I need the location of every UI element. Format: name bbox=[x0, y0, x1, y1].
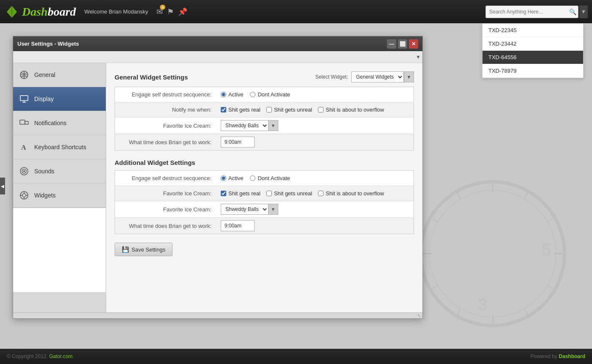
checkbox-shit-about-overflow-input[interactable] bbox=[318, 107, 323, 112]
footer: © Copyright 2012. Gator.com Powered by D… bbox=[0, 349, 592, 364]
svg-rect-24 bbox=[20, 120, 25, 124]
svg-point-29 bbox=[23, 170, 25, 172]
logo: Dashboard bbox=[4, 4, 76, 19]
checkbox-shit-gets-real-input[interactable] bbox=[221, 107, 226, 112]
sidebar-item-general-label: General bbox=[34, 71, 55, 78]
add-radio-active-input[interactable] bbox=[221, 175, 226, 181]
header-dropdown-arrow[interactable]: ▼ bbox=[579, 5, 588, 18]
radio-active-input[interactable] bbox=[221, 92, 226, 97]
sounds-icon bbox=[18, 165, 30, 177]
additional-section-title: Additional Widget Settings bbox=[115, 159, 414, 166]
sidebar-item-keyboard-shortcuts[interactable]: A Keyboard Shortcuts bbox=[13, 135, 106, 159]
general-row-1-control: Active Dont Activate bbox=[217, 89, 414, 100]
sidebar-item-general[interactable]: General bbox=[13, 63, 106, 87]
radio-dont-activate-input[interactable] bbox=[250, 92, 255, 97]
add-radio-dont-activate-input[interactable] bbox=[250, 175, 255, 181]
svg-line-10 bbox=[524, 309, 528, 314]
svg-line-7 bbox=[548, 219, 553, 222]
search-container: 🔍 bbox=[485, 5, 578, 18]
select-widget-label: Select Widget: bbox=[315, 74, 348, 80]
additional-row-2-control: Shit gets real Shit gets unreal bbox=[217, 188, 414, 199]
add-checkbox-shit-gets-real-input[interactable] bbox=[221, 191, 226, 196]
add-checkbox-shit-about-overflow-input[interactable] bbox=[318, 191, 323, 196]
additional-row-1: Engage self destruct secquence: Active bbox=[115, 171, 414, 186]
select-widget-dropdown[interactable]: General Widgets ▼ bbox=[351, 71, 414, 82]
add-checkbox-shit-gets-unreal-input[interactable] bbox=[266, 191, 272, 196]
notifications-icon bbox=[18, 117, 30, 129]
pin-button[interactable]: 📌 bbox=[178, 7, 187, 16]
sidebar-item-notifications[interactable]: Notifications bbox=[13, 111, 106, 135]
time-input-1[interactable] bbox=[221, 137, 255, 148]
dialog-minimize-button[interactable]: — bbox=[387, 39, 396, 49]
checkbox-shit-gets-unreal-label: Shit gets unreal bbox=[274, 107, 312, 113]
mail-badge: 5 bbox=[160, 5, 165, 10]
ice-cream-dropdown-1[interactable]: Shweddy Balls ▼ bbox=[221, 120, 278, 131]
search-icon[interactable]: 🔍 bbox=[569, 8, 576, 15]
svg-rect-25 bbox=[25, 121, 28, 124]
logo-icon bbox=[4, 4, 19, 19]
logo-text: Dashboard bbox=[22, 5, 76, 19]
dialog-title: User Settings - Widgets bbox=[17, 41, 385, 47]
add-radio-active[interactable]: Active bbox=[221, 175, 243, 181]
add-checkbox-shit-gets-real[interactable]: Shit gets real bbox=[221, 190, 260, 197]
svg-line-15 bbox=[432, 219, 438, 222]
ice-cream-select-1[interactable]: Shweddy Balls bbox=[221, 120, 268, 131]
general-row-1-label: Engage self destruct secquence: bbox=[115, 88, 217, 101]
dialog-scroll-down[interactable]: ▼ bbox=[416, 54, 421, 60]
search-dropdown-item-4[interactable]: TXD-78979 bbox=[482, 64, 583, 78]
sidebar-item-keyboard-shortcuts-label: Keyboard Shortcuts bbox=[34, 144, 86, 151]
svg-line-6 bbox=[524, 193, 528, 199]
add-radio-dont-activate[interactable]: Dont Activate bbox=[250, 175, 290, 181]
svg-text:5: 5 bbox=[541, 240, 551, 260]
dialog-close-button[interactable]: ✕ bbox=[409, 39, 418, 49]
dialog-maximize-button[interactable]: ⬜ bbox=[398, 39, 407, 49]
select-widget-arrow[interactable]: ▼ bbox=[404, 71, 414, 82]
general-section: General Widget Settings Select Widget: G… bbox=[115, 71, 414, 151]
svg-text:3: 3 bbox=[478, 295, 488, 315]
general-section-header: General Widget Settings Select Widget: G… bbox=[115, 71, 414, 82]
search-dropdown-item-1[interactable]: TXD-22345 bbox=[482, 24, 583, 37]
add-checkbox-shit-gets-unreal[interactable]: Shit gets unreal bbox=[266, 190, 312, 197]
ice-cream-select-2[interactable]: Shweddy Balls bbox=[221, 204, 268, 215]
dialog-resize-handle[interactable]: ⤡ bbox=[13, 312, 422, 318]
sidebar-item-display[interactable]: Display bbox=[13, 87, 106, 111]
checkbox-shit-gets-unreal-input[interactable] bbox=[266, 107, 272, 112]
ice-cream-arrow-2[interactable]: ▼ bbox=[268, 204, 278, 215]
additional-row-2: Favorite Ice Cream: Shit gets real bbox=[115, 186, 414, 201]
flag-button[interactable]: ⚑ bbox=[167, 7, 174, 16]
general-row-4-label: What time does Brian get to work: bbox=[115, 136, 217, 149]
ice-cream-arrow-1[interactable]: ▼ bbox=[268, 120, 278, 131]
collapse-tab[interactable]: ◀ bbox=[0, 178, 5, 194]
radio-active[interactable]: Active bbox=[221, 91, 243, 98]
add-checkbox-shit-about-overflow[interactable]: Shit is about to overflow bbox=[318, 190, 384, 197]
additional-row-3-control: Shweddy Balls ▼ bbox=[217, 201, 414, 217]
mail-button[interactable]: ✉ 5 bbox=[156, 7, 163, 16]
resize-icon: ⤡ bbox=[417, 313, 421, 318]
sidebar-item-sounds[interactable]: Sounds bbox=[13, 159, 106, 183]
checkbox-shit-about-overflow[interactable]: Shit is about to overflow bbox=[318, 107, 384, 113]
search-input[interactable] bbox=[485, 5, 578, 18]
general-section-title: General Widget Settings bbox=[115, 74, 315, 81]
time-input-2[interactable] bbox=[221, 220, 255, 231]
dialog: User Settings - Widgets — ⬜ ✕ ▼ General bbox=[13, 36, 423, 319]
add-checkbox-shit-gets-unreal-label: Shit gets unreal bbox=[274, 190, 312, 197]
search-dropdown-item-3[interactable]: TXD-64556 bbox=[482, 51, 583, 64]
radio-dont-activate[interactable]: Dont Activate bbox=[250, 91, 290, 98]
save-settings-button[interactable]: 💾 Save Settings bbox=[115, 243, 173, 256]
additional-row-1-control: Active Dont Activate bbox=[217, 172, 414, 184]
svg-point-31 bbox=[22, 194, 26, 197]
sidebar-bottom-area bbox=[13, 208, 106, 292]
general-row-2-label: Notify me when: bbox=[115, 103, 217, 116]
footer-brand-link[interactable]: Gator.com bbox=[49, 353, 72, 359]
add-checkbox-shit-about-overflow-label: Shit is about to overflow bbox=[326, 190, 384, 197]
search-dropdown-item-2[interactable]: TXD-23442 bbox=[482, 37, 583, 51]
general-row-2: Notify me when: Shit gets real bbox=[115, 102, 414, 118]
ice-cream-dropdown-2[interactable]: Shweddy Balls ▼ bbox=[221, 204, 278, 215]
sidebar-item-widgets[interactable]: Widgets bbox=[13, 183, 106, 208]
widgets-icon bbox=[18, 189, 30, 201]
select-widget-select[interactable]: General Widgets bbox=[351, 71, 404, 82]
additional-row-3: Favorite Ice Cream: Shweddy Balls ▼ bbox=[115, 201, 414, 218]
add-checkbox-shit-gets-real-label: Shit gets real bbox=[228, 190, 260, 197]
checkbox-shit-gets-real[interactable]: Shit gets real bbox=[221, 107, 260, 113]
checkbox-shit-gets-unreal[interactable]: Shit gets unreal bbox=[266, 107, 312, 113]
